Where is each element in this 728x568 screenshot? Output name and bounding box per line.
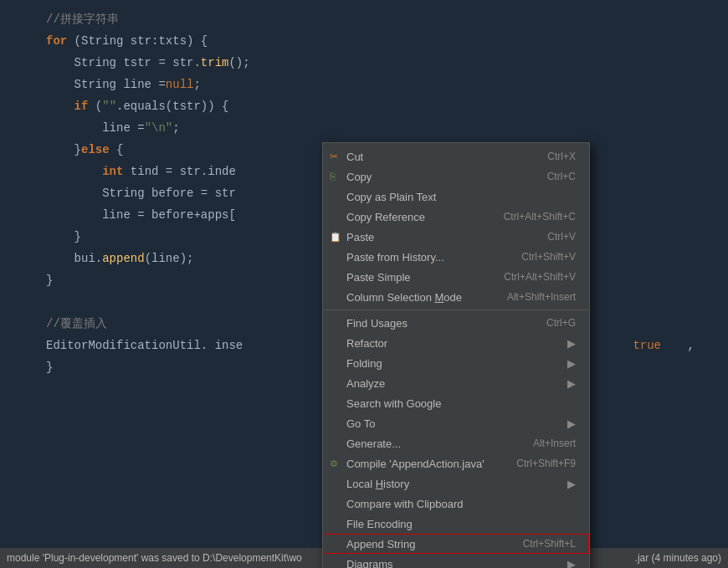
menu-item-find-usages[interactable]: Find Usages Ctrl+G	[323, 313, 589, 333]
menu-item-compare-clip[interactable]: Compare with Clipboard	[323, 494, 589, 514]
code-text: tind = str.inde	[123, 165, 235, 178]
menu-item-label: Diagrams	[346, 558, 561, 569]
menu-item-label: Local History	[346, 478, 561, 490]
submenu-arrow-icon: ▶	[567, 478, 576, 490]
code-text: if	[74, 100, 89, 113]
menu-item-label: Paste from History...	[346, 251, 505, 264]
menu-item-label: Compile 'AppendAction.java'	[346, 458, 500, 470]
menu-item-shortcut: Ctrl+Shift+L	[523, 538, 576, 550]
code-text: null	[166, 78, 194, 91]
menu-item-label: Append String	[346, 538, 506, 550]
menu-item-paste-simple[interactable]: Paste Simple Ctrl+Alt+Shift+V	[323, 267, 589, 287]
cut-icon: ✂	[330, 151, 338, 162]
code-text: bui.	[46, 252, 102, 265]
code-text: "\n"	[145, 121, 173, 135]
submenu-arrow-icon: ▶	[567, 337, 576, 350]
menu-item-label: Paste	[346, 231, 531, 243]
menu-item-label: Folding	[346, 357, 561, 370]
menu-item-col-select[interactable]: Column Selection Mode Alt+Shift+Insert	[323, 287, 589, 307]
code-text: (	[88, 100, 102, 113]
code-text	[46, 100, 74, 113]
menu-item-folding[interactable]: Folding ▶	[323, 353, 589, 373]
menu-item-copy-ref[interactable]: Copy Reference Ctrl+Alt+Shift+C	[323, 207, 589, 227]
context-menu: ✂ Cut Ctrl+X ⎘ Copy Ctrl+C Copy as Plain…	[322, 142, 590, 568]
menu-item-label: File Encoding	[346, 518, 576, 530]
code-text: String tstr = str.	[46, 56, 201, 69]
menu-item-label: Cut	[346, 151, 531, 163]
menu-item-label: Refactor	[346, 337, 561, 350]
paste-icon: 📋	[330, 232, 341, 243]
menu-item-compile[interactable]: ⚙ Compile 'AppendAction.java' Ctrl+Shift…	[323, 453, 589, 473]
code-line: line = "\n";	[0, 117, 728, 139]
menu-item-label: Copy as Plain Text	[346, 191, 576, 203]
code-line: for (String str:txts) {	[0, 30, 728, 52]
code-line: if ("".equals(tstr)) {	[0, 95, 728, 117]
code-text: int	[102, 165, 123, 178]
menu-item-analyze[interactable]: Analyze ▶	[323, 373, 589, 393]
menu-item-label: Find Usages	[346, 317, 530, 330]
menu-item-shortcut: Ctrl+C	[547, 171, 576, 182]
menu-item-search-google[interactable]: Search with Google	[323, 393, 589, 413]
menu-item-label: Copy Reference	[346, 211, 487, 223]
submenu-arrow-icon: ▶	[567, 417, 576, 430]
submenu-arrow-icon: ▶	[567, 357, 576, 370]
menu-item-label: Analyze	[346, 377, 561, 390]
menu-item-shortcut: Ctrl+V	[547, 231, 576, 243]
code-text: }	[46, 143, 81, 156]
code-text	[46, 165, 102, 178]
menu-item-file-encoding[interactable]: File Encoding	[323, 514, 589, 534]
code-line: String tstr = str.trim();	[0, 52, 728, 74]
menu-item-diagrams[interactable]: Diagrams ▶	[323, 554, 589, 568]
code-text: ();	[228, 56, 249, 69]
code-line: //拼接字符串	[0, 8, 728, 30]
menu-separator	[323, 310, 589, 310]
menu-item-label: Search with Google	[346, 397, 576, 410]
menu-item-label: Compare with Clipboard	[346, 498, 576, 510]
code-text: ,	[688, 339, 695, 352]
menu-item-label: Column Selection Mode	[346, 291, 490, 304]
code-text: }	[46, 274, 53, 287]
code-text: //拼接字符串	[46, 12, 119, 27]
menu-item-copy-plain[interactable]: Copy as Plain Text	[323, 187, 589, 207]
code-text: (String str:txts) {	[67, 34, 208, 48]
menu-item-refactor[interactable]: Refactor ▶	[323, 333, 589, 353]
menu-item-append-string[interactable]: Append String Ctrl+Shift+L	[323, 534, 589, 554]
menu-item-shortcut: Ctrl+Shift+F9	[516, 458, 576, 469]
submenu-arrow-icon: ▶	[567, 558, 576, 569]
code-text: ;	[193, 78, 200, 91]
menu-item-shortcut: Ctrl+X	[547, 151, 576, 162]
menu-item-label: Copy	[346, 171, 531, 183]
copy-icon: ⎘	[330, 171, 336, 182]
menu-item-local-history[interactable]: Local History ▶	[323, 473, 589, 494]
code-text: String line =	[46, 78, 166, 91]
menu-item-shortcut: Alt+Insert	[533, 438, 576, 449]
code-text: else	[81, 143, 110, 156]
code-text: }	[46, 361, 53, 374]
code-text: trim	[201, 56, 229, 69]
code-text: line = before+apps[	[46, 208, 236, 222]
code-text: .equals(tstr)) {	[116, 100, 228, 113]
code-text: for	[46, 34, 67, 48]
menu-item-shortcut: Ctrl+Alt+Shift+V	[504, 271, 576, 283]
code-text: ""	[102, 100, 116, 113]
code-text: //覆盖插入	[46, 316, 107, 331]
code-text: true	[633, 339, 661, 352]
menu-item-shortcut: Alt+Shift+Insert	[507, 291, 576, 303]
menu-item-cut[interactable]: ✂ Cut Ctrl+X	[323, 146, 589, 166]
compile-icon: ⚙	[330, 458, 338, 469]
code-text: EditorModificationUtil. inse	[46, 339, 243, 352]
code-text: (line);	[145, 252, 194, 265]
code-line: String line = null;	[0, 74, 728, 95]
menu-item-shortcut: Ctrl+Alt+Shift+C	[504, 211, 576, 223]
menu-item-goto[interactable]: Go To ▶	[323, 413, 589, 433]
menu-item-paste[interactable]: 📋 Paste Ctrl+V	[323, 227, 589, 247]
code-text: append	[102, 252, 144, 265]
menu-item-shortcut: Ctrl+Shift+V	[521, 251, 576, 263]
code-text: }	[46, 230, 81, 243]
code-text: String before = str	[46, 187, 236, 200]
code-text: line =	[46, 121, 145, 135]
menu-item-copy[interactable]: ⎘ Copy Ctrl+C	[323, 166, 589, 187]
menu-item-label: Paste Simple	[346, 271, 487, 284]
menu-item-paste-history[interactable]: Paste from History... Ctrl+Shift+V	[323, 247, 589, 267]
menu-item-generate[interactable]: Generate... Alt+Insert	[323, 433, 589, 453]
